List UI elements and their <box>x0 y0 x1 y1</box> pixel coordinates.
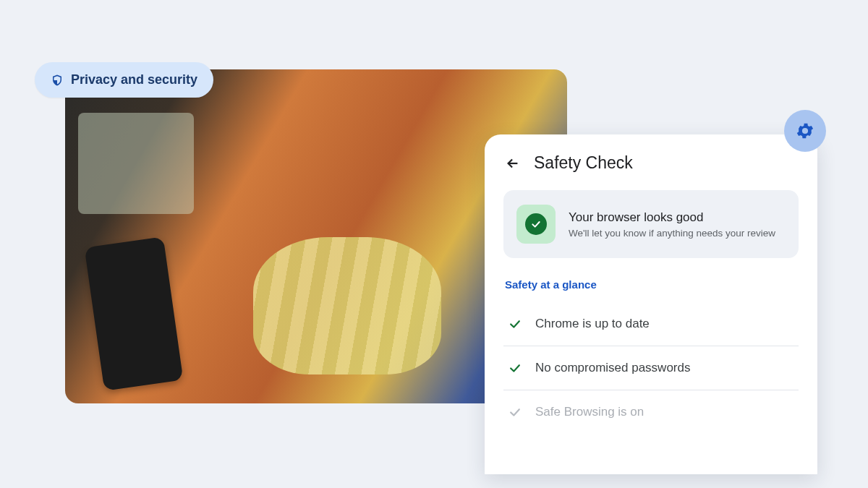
section-label: Safety at a glance <box>505 278 797 291</box>
shield-icon <box>51 73 64 87</box>
safety-item-label: No compromised passwords <box>535 361 690 375</box>
gear-icon <box>795 121 815 141</box>
safety-item-label: Chrome is up to date <box>535 317 650 331</box>
safety-item[interactable]: No compromised passwords <box>503 346 799 390</box>
arrow-left-icon <box>505 155 521 171</box>
safety-item-label: Safe Browsing is on <box>535 405 644 419</box>
safety-items: Chrome is up to date No compromised pass… <box>503 302 799 434</box>
safety-check-card: Safety Check Your browser looks good We'… <box>485 134 817 474</box>
check-icon <box>530 218 542 230</box>
check-icon <box>508 361 522 375</box>
status-title: Your browser looks good <box>569 210 775 225</box>
back-button[interactable] <box>503 154 522 173</box>
status-banner: Your browser looks good We'll let you kn… <box>503 190 799 258</box>
safety-item[interactable]: Safe Browsing is on <box>503 390 799 434</box>
chip-label: Privacy and security <box>71 72 197 87</box>
card-title: Safety Check <box>534 153 633 173</box>
settings-button[interactable] <box>784 110 826 152</box>
status-badge <box>516 205 556 244</box>
privacy-security-chip[interactable]: Privacy and security <box>35 62 213 98</box>
safety-item[interactable]: Chrome is up to date <box>503 302 799 346</box>
check-icon <box>508 317 522 331</box>
check-icon <box>508 405 522 419</box>
card-header: Safety Check <box>503 153 799 173</box>
photo-decoration <box>253 237 441 374</box>
status-subtitle: We'll let you know if anything needs you… <box>569 228 775 239</box>
